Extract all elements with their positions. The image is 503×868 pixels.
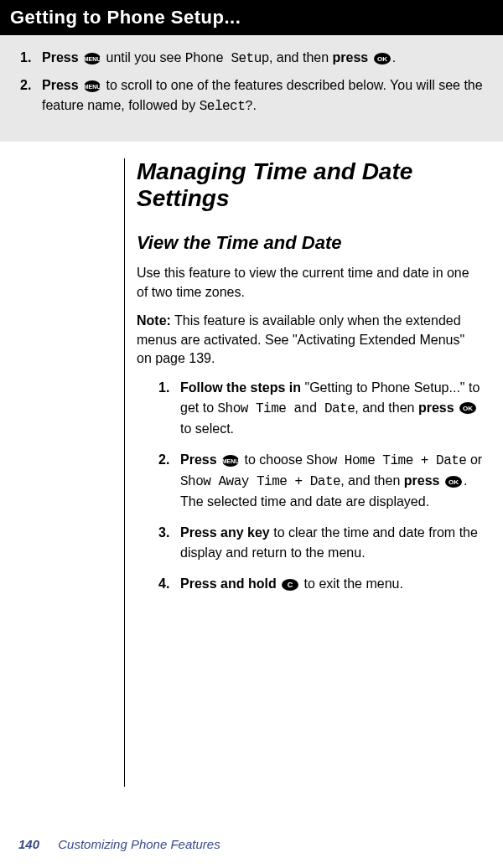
page-footer: 140 Customizing Phone Features	[18, 837, 220, 851]
intro-paragraph: Use this feature to view the current tim…	[137, 264, 483, 302]
menu-icon: MENU	[221, 454, 240, 468]
step-number: 1.	[20, 48, 42, 69]
page-number: 140	[18, 837, 39, 851]
press-label: Press	[42, 78, 79, 92]
text: until you see	[102, 50, 185, 65]
setup-instructions-box: 1. Press MENU until you see Phone Setup,…	[0, 35, 503, 142]
c-icon: C	[281, 578, 299, 592]
inner-step-4: 4. Press and hold C to exit the menu.	[158, 574, 483, 593]
step-content: Press MENU until you see Phone Setup, an…	[42, 48, 483, 69]
chapter-name: Customizing Phone Features	[58, 837, 220, 851]
step-content: Follow the steps in "Getting to Phone Se…	[180, 378, 483, 438]
text: to choose	[241, 452, 306, 467]
text: or	[466, 452, 482, 467]
text: to exit the menu.	[300, 576, 403, 591]
press-label: Press	[180, 452, 217, 467]
step-number: 2.	[158, 450, 180, 512]
step-number: 1.	[158, 378, 180, 438]
menu-icon: MENU	[83, 80, 101, 93]
text: .	[392, 50, 396, 65]
inner-step-3: 3. Press any key to clear the time and d…	[158, 523, 483, 561]
bold-text: Follow the steps in	[180, 380, 301, 395]
note-label: Note:	[137, 313, 171, 328]
mono-text: Phone Setup	[185, 51, 269, 66]
mono-text: Show Away Time + Date	[180, 474, 340, 489]
svg-text:OK: OK	[449, 478, 459, 486]
step-number: 4.	[158, 574, 180, 593]
inner-step-1: 1. Follow the steps in "Getting to Phone…	[158, 378, 483, 438]
step-content: Press MENU to choose Show Home Time + Da…	[180, 450, 483, 512]
text: , and then	[269, 50, 333, 65]
section-title: Managing Time and Date Settings	[137, 158, 483, 212]
menu-icon: MENU	[83, 52, 101, 65]
text: , and then	[355, 400, 418, 415]
mono-text: Show Time and Date	[217, 401, 355, 416]
step-content: Press any key to clear the time and date…	[180, 523, 483, 561]
text: to scroll to one of the features describ…	[42, 78, 483, 112]
svg-text:MENU: MENU	[84, 56, 101, 62]
main-content: Managing Time and Date Settings View the…	[124, 158, 503, 787]
note-text: This feature is available only when the …	[137, 313, 464, 365]
ok-icon: OK	[444, 475, 463, 488]
svg-text:C: C	[288, 581, 293, 589]
text: to select.	[180, 421, 234, 436]
press-label: press	[333, 50, 369, 65]
press-label: press	[404, 473, 440, 488]
press-label: press	[418, 400, 454, 415]
setup-step-1: 1. Press MENU until you see Phone Setup,…	[20, 48, 483, 69]
bold-text: Press and hold	[180, 576, 277, 591]
text: , and then	[340, 473, 404, 488]
setup-step-2: 2. Press MENU to scroll to one of the fe…	[20, 75, 483, 116]
mono-text: Select?	[200, 99, 253, 114]
step-number: 2.	[20, 75, 42, 116]
text: .	[252, 98, 256, 112]
step-content: Press MENU to scroll to one of the featu…	[42, 75, 483, 116]
svg-text:MENU: MENU	[84, 84, 101, 90]
inner-step-2: 2. Press MENU to choose Show Home Time +…	[158, 450, 483, 512]
title-text: Getting to Phone Setup...	[10, 7, 241, 28]
svg-text:OK: OK	[377, 55, 387, 63]
title-bar: Getting to Phone Setup...	[0, 0, 503, 35]
note-paragraph: Note: This feature is available only whe…	[137, 312, 483, 368]
ok-icon: OK	[459, 401, 477, 415]
inner-steps-list: 1. Follow the steps in "Getting to Phone…	[137, 378, 483, 593]
mono-text: Show Home Time + Date	[306, 453, 466, 468]
subsection-title: View the Time and Date	[137, 232, 483, 254]
svg-text:MENU: MENU	[222, 458, 240, 464]
bold-text: Press any key	[180, 525, 270, 540]
press-label: Press	[42, 50, 79, 65]
ok-icon: OK	[373, 52, 392, 65]
setup-steps-list: 1. Press MENU until you see Phone Setup,…	[20, 48, 483, 116]
svg-text:OK: OK	[463, 405, 473, 412]
step-content: Press and hold C to exit the menu.	[180, 574, 483, 593]
step-number: 3.	[158, 523, 180, 561]
